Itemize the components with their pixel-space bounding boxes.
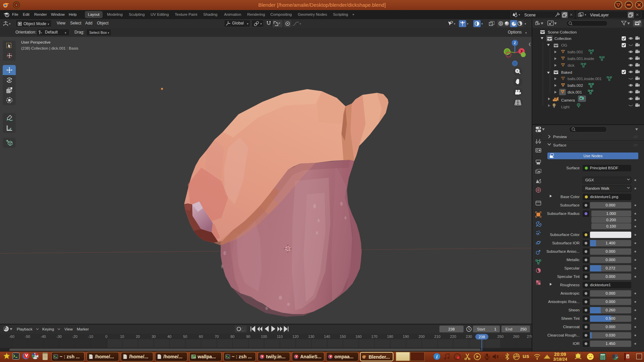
svg-text:Preview: Preview bbox=[553, 135, 567, 139]
svg-text:dick: dick bbox=[568, 63, 575, 67]
svg-text:dicktexture1.png: dicktexture1.png bbox=[590, 195, 618, 199]
svg-text:Specular Tint: Specular Tint bbox=[557, 275, 580, 279]
svg-text:0.200: 0.200 bbox=[606, 218, 616, 222]
svg-text:balls.002: balls.002 bbox=[568, 83, 583, 87]
svg-text:Light: Light bbox=[561, 105, 570, 109]
svg-text:Start: Start bbox=[477, 327, 485, 331]
svg-text:Sheen Tint: Sheen Tint bbox=[561, 316, 580, 320]
svg-text:40: 40 bbox=[167, 335, 171, 339]
svg-text:Clearcoat Rough...: Clearcoat Rough... bbox=[547, 333, 580, 337]
svg-text:90: 90 bbox=[246, 335, 250, 339]
svg-text:50: 50 bbox=[183, 335, 187, 339]
svg-text:Subsurface Radius: Subsurface Radius bbox=[547, 212, 580, 216]
svg-text:Subsurface Color: Subsurface Color bbox=[550, 233, 580, 237]
svg-text:250: 250 bbox=[520, 327, 527, 331]
svg-text:1.400: 1.400 bbox=[606, 241, 615, 245]
svg-text:dick.001: dick.001 bbox=[568, 90, 582, 94]
svg-text:20: 20 bbox=[136, 335, 140, 339]
svg-text:0.000: 0.000 bbox=[606, 291, 615, 295]
svg-text:238: 238 bbox=[448, 327, 454, 331]
svg-text:End: End bbox=[505, 327, 512, 331]
svg-text:210: 210 bbox=[434, 335, 440, 339]
svg-text:Metallic: Metallic bbox=[567, 258, 580, 262]
svg-text:-40: -40 bbox=[41, 335, 46, 339]
svg-text:Keying: Keying bbox=[42, 327, 54, 331]
svg-text:Surface: Surface bbox=[566, 166, 580, 170]
svg-text:Anisotropic: Anisotropic bbox=[560, 291, 580, 295]
svg-text:IOR: IOR bbox=[573, 342, 580, 346]
svg-text:Baked: Baked bbox=[561, 70, 572, 74]
svg-text:Principled BSDF: Principled BSDF bbox=[590, 166, 618, 170]
svg-text:0.000: 0.000 bbox=[606, 300, 615, 304]
svg-text:View: View bbox=[64, 327, 73, 331]
svg-text:-60: -60 bbox=[9, 335, 14, 339]
svg-text:0.260: 0.260 bbox=[606, 308, 615, 312]
svg-text:250: 250 bbox=[497, 335, 503, 339]
svg-text:Surface: Surface bbox=[553, 143, 567, 147]
svg-text:0.030: 0.030 bbox=[606, 333, 615, 337]
svg-text:balls.001: balls.001 bbox=[568, 50, 583, 54]
svg-text:balls.001.inside: balls.001.inside bbox=[568, 57, 594, 61]
svg-text:Scene Collection: Scene Collection bbox=[548, 30, 577, 34]
svg-text:Subsurface: Subsurface bbox=[560, 203, 580, 207]
svg-text:140: 140 bbox=[324, 335, 330, 339]
svg-text:-50: -50 bbox=[25, 335, 30, 339]
svg-text:-20: -20 bbox=[72, 335, 77, 339]
svg-text:Subsurface Aniso...: Subsurface Aniso... bbox=[546, 249, 580, 253]
svg-text:dicktexture1: dicktexture1 bbox=[590, 283, 611, 287]
svg-text:180: 180 bbox=[387, 335, 393, 339]
svg-text:100: 100 bbox=[261, 335, 267, 339]
svg-text:160: 160 bbox=[356, 335, 362, 339]
svg-text:a: a bbox=[627, 355, 629, 358]
svg-text:balls.001.inside.001: balls.001.inside.001 bbox=[568, 77, 602, 81]
svg-text:1.450: 1.450 bbox=[606, 342, 615, 346]
svg-text:i: i bbox=[436, 354, 438, 359]
svg-text:238: 238 bbox=[479, 335, 485, 339]
svg-text:260: 260 bbox=[513, 335, 519, 339]
svg-text:270: 270 bbox=[527, 335, 532, 339]
svg-text:Random Walk: Random Walk bbox=[585, 186, 609, 190]
svg-text:120: 120 bbox=[292, 335, 299, 339]
svg-text:70: 70 bbox=[215, 335, 219, 339]
svg-text:OG: OG bbox=[561, 43, 567, 47]
svg-text:GGX: GGX bbox=[585, 178, 594, 182]
svg-text:Playback: Playback bbox=[17, 327, 33, 331]
svg-text:60: 60 bbox=[199, 335, 203, 339]
svg-text:Camera: Camera bbox=[561, 98, 575, 102]
svg-text:0.100: 0.100 bbox=[606, 224, 616, 228]
svg-text:130: 130 bbox=[308, 335, 314, 339]
svg-text:0.000: 0.000 bbox=[606, 325, 615, 329]
svg-text:0.000: 0.000 bbox=[606, 258, 615, 262]
svg-text:30: 30 bbox=[152, 335, 156, 339]
svg-text:0.500: 0.500 bbox=[606, 316, 615, 320]
svg-text:110: 110 bbox=[277, 335, 283, 339]
svg-text:0.000: 0.000 bbox=[606, 275, 615, 279]
svg-text:Subsurface IOR: Subsurface IOR bbox=[552, 241, 580, 245]
svg-text:1: 1 bbox=[494, 327, 496, 331]
svg-text:230: 230 bbox=[466, 335, 472, 339]
svg-text:80: 80 bbox=[230, 335, 234, 339]
svg-text:0: 0 bbox=[105, 335, 107, 339]
svg-text:Z: Z bbox=[514, 41, 516, 45]
svg-text:Marker: Marker bbox=[77, 327, 89, 331]
svg-text:Collection: Collection bbox=[554, 37, 572, 41]
svg-text:Clearcoat: Clearcoat bbox=[563, 325, 580, 329]
svg-text:1.000: 1.000 bbox=[606, 212, 616, 216]
svg-text:200: 200 bbox=[419, 335, 425, 339]
svg-text:Anisotropic Rota...: Anisotropic Rota... bbox=[548, 300, 580, 304]
svg-text:Roughness: Roughness bbox=[560, 283, 580, 287]
svg-text:0.272: 0.272 bbox=[606, 266, 615, 270]
svg-text:Specular: Specular bbox=[565, 266, 580, 270]
svg-text:190: 190 bbox=[403, 335, 409, 339]
svg-text:Use Nodes: Use Nodes bbox=[584, 154, 603, 158]
svg-text:10: 10 bbox=[120, 335, 124, 339]
svg-text:Base Color: Base Color bbox=[560, 195, 580, 199]
svg-text:-30: -30 bbox=[56, 335, 62, 339]
svg-text:Sheen: Sheen bbox=[569, 308, 580, 312]
svg-text:150: 150 bbox=[340, 335, 346, 339]
svg-text:-10: -10 bbox=[88, 335, 93, 339]
svg-text:170: 170 bbox=[371, 335, 377, 339]
svg-text:0.000: 0.000 bbox=[606, 203, 615, 207]
svg-text:0.000: 0.000 bbox=[606, 249, 615, 253]
svg-text:220: 220 bbox=[450, 335, 456, 339]
